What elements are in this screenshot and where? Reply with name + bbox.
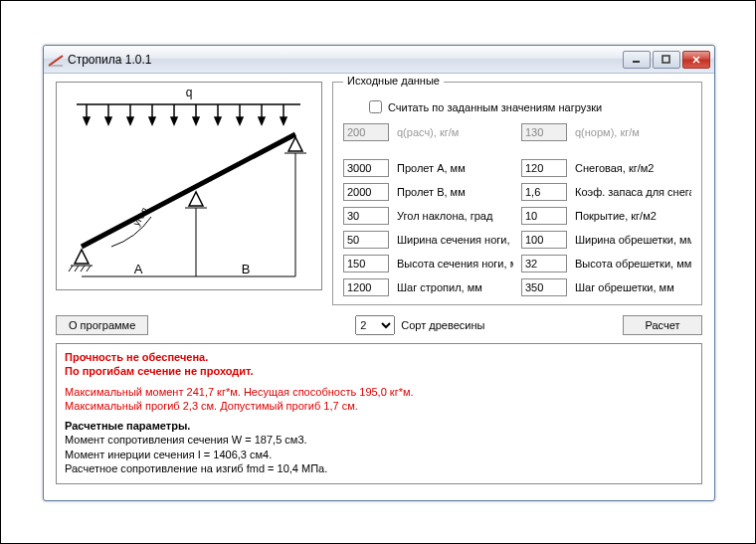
span-b-label: B	[242, 262, 251, 276]
span-a-label: A	[134, 262, 143, 276]
svg-marker-24	[259, 117, 265, 124]
use-given-loads-label: Считать по заданным значениям нагрузки	[388, 101, 602, 113]
result-params-title: Расчетные параметры.	[65, 419, 693, 433]
angle-label: Угол наклона, град	[397, 210, 513, 222]
svg-rect-3	[662, 56, 669, 63]
form-legend: Исходные данные	[343, 75, 444, 87]
cover-label: Покрытие, кг/м2	[575, 210, 691, 222]
angle-input[interactable]	[343, 207, 389, 225]
svg-marker-16	[171, 117, 177, 124]
svg-line-27	[82, 134, 295, 247]
titlebar: Стропила 1.0.1	[44, 46, 714, 74]
result-strength: Прочность не обеспечена.	[65, 350, 693, 364]
span-b-label: Пролет В, мм	[397, 186, 513, 198]
maximize-button[interactable]	[653, 51, 680, 69]
svg-marker-20	[215, 117, 221, 124]
q-calc-input	[343, 123, 389, 141]
svg-marker-8	[84, 117, 90, 124]
snow-input[interactable]	[521, 159, 567, 177]
q-calc-label: q(расч), кг/м	[397, 126, 513, 138]
lath-width-input[interactable]	[521, 231, 567, 249]
svg-marker-26	[281, 117, 286, 124]
snow-coef-input[interactable]	[521, 183, 567, 201]
svg-line-32	[81, 266, 85, 272]
use-given-loads-checkbox[interactable]	[369, 100, 382, 113]
app-window: Стропила 1.0.1 q	[43, 45, 715, 501]
q-label: q	[186, 86, 193, 99]
leg-height-input[interactable]	[343, 255, 389, 272]
result-moment: Максимальный момент 241,7 кг*м. Несущая …	[65, 385, 693, 399]
result-i: Момент инерции сечения I = 1406,3 см4.	[65, 448, 693, 461]
q-norm-input	[521, 123, 567, 141]
lath-step-label: Шаг обрешетки, мм	[575, 281, 691, 293]
angle-label: угол	[130, 205, 149, 228]
result-maxdefl: Максимальный прогиб 2,3 см. Допустимый п…	[65, 399, 693, 413]
svg-marker-10	[105, 117, 111, 124]
svg-line-33	[87, 266, 91, 272]
wood-grade-label: Сорт древесины	[401, 319, 484, 331]
svg-line-31	[75, 266, 79, 272]
calculate-button[interactable]: Расчет	[623, 315, 702, 335]
q-norm-label: q(норм), кг/м	[575, 126, 691, 138]
result-deflection: По прогибам сечение не проходит.	[65, 364, 693, 378]
svg-marker-22	[237, 117, 243, 124]
svg-marker-12	[127, 117, 133, 124]
about-button[interactable]: О программе	[56, 315, 148, 335]
lath-height-label: Высота обрешетки, мм	[575, 258, 691, 270]
leg-height-label: Высота сечения ноги, мм	[397, 258, 513, 270]
snow-coef-label: Коэф. запаса для снега	[575, 186, 691, 198]
leg-width-input[interactable]	[343, 231, 389, 249]
span-b-input[interactable]	[343, 183, 389, 201]
svg-line-30	[69, 266, 73, 272]
rafter-step-input[interactable]	[343, 278, 389, 296]
span-a-input[interactable]	[343, 159, 389, 177]
svg-marker-28	[75, 250, 89, 264]
svg-marker-18	[193, 117, 199, 124]
lath-height-input[interactable]	[521, 255, 567, 272]
result-w: Момент сопротивления сечения W = 187,5 с…	[65, 433, 693, 447]
span-a-label: Пролет А, мм	[397, 162, 513, 174]
result-fmd: Расчетное сопротивление на изгиб fmd = 1…	[65, 461, 693, 475]
cover-input[interactable]	[521, 207, 567, 225]
input-data-group: Исходные данные Считать по заданным знач…	[332, 82, 702, 305]
app-icon	[48, 52, 64, 68]
results-panel: Прочность не обеспечена. По прогибам сеч…	[56, 343, 702, 484]
minimize-button[interactable]	[623, 51, 651, 69]
rafter-step-label: Шаг стропил, мм	[397, 281, 513, 293]
window-title: Стропила 1.0.1	[68, 53, 623, 67]
lath-step-input[interactable]	[521, 278, 567, 296]
svg-marker-14	[149, 117, 155, 124]
close-button[interactable]	[682, 51, 710, 69]
wood-grade-select[interactable]: 2	[355, 315, 395, 335]
svg-line-0	[49, 56, 63, 66]
beam-diagram: q	[56, 82, 322, 290]
leg-width-label: Ширина сечения ноги, мм	[397, 234, 513, 246]
snow-label: Снеговая, кг/м2	[575, 162, 691, 174]
lath-width-label: Ширина обрешетки, мм	[575, 234, 691, 246]
svg-marker-34	[189, 192, 203, 206]
